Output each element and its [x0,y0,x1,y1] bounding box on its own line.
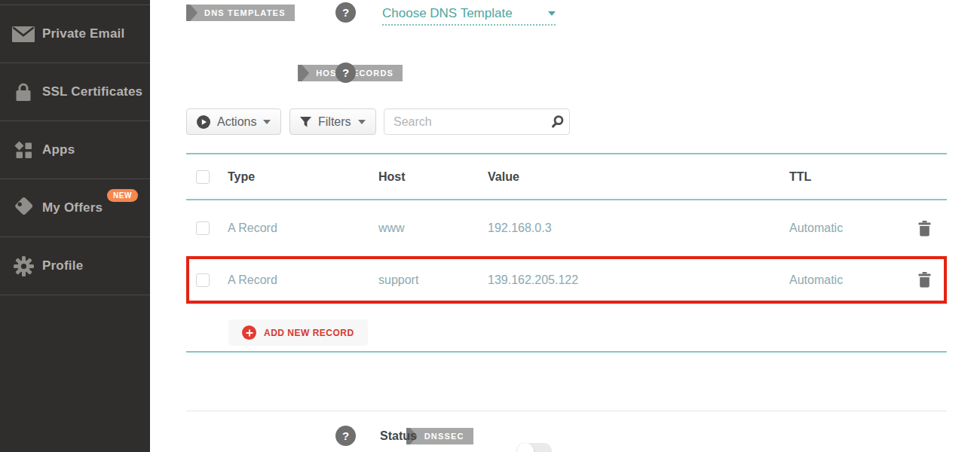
column-header-host: Host [378,170,488,184]
dns-template-dropdown[interactable]: Choose DNS Template [382,3,556,26]
mail-icon [11,26,36,42]
tag-icon [11,197,36,218]
search-icon[interactable] [550,115,565,130]
table-row[interactable]: A Record www 192.168.0.3 Automatic [186,200,947,256]
dns-templates-section-label: DNS TEMPLATES [186,5,295,21]
add-new-record-label: ADD NEW RECORD [264,328,354,338]
section-divider [186,411,947,411]
trash-icon[interactable] [917,221,932,237]
select-all-checkbox[interactable] [196,170,210,184]
help-icon[interactable]: ? [335,426,356,446]
lock-icon [11,82,36,102]
filters-button[interactable]: Filters [289,108,376,135]
actions-button[interactable]: Actions [186,108,281,135]
toggle-knob [517,443,534,452]
chevron-down-icon [263,120,271,124]
sidebar-item-label: Private Email [42,26,124,41]
row-checkbox[interactable] [196,273,210,287]
record-ttl[interactable]: Automatic [789,221,917,235]
chevron-down-icon [548,11,556,16]
gear-icon [11,256,36,276]
sidebar-item-label: My Offers [42,200,103,215]
table-row-highlighted[interactable]: A Record support 139.162.205.122 Automat… [186,256,947,304]
host-records-table: Type Host Value TTL A Record www 192.168… [186,153,947,304]
search-input[interactable] [394,115,550,129]
help-icon[interactable]: ? [335,63,356,83]
table-header-row: Type Host Value TTL [186,154,947,200]
main-content: DNS TEMPLATES ? Choose DNS Template HOST… [150,0,980,452]
funnel-icon [300,117,311,127]
row-checkbox[interactable] [196,221,210,235]
sidebar-item-private-email[interactable]: Private Email [0,5,150,63]
dnssec-status-label: Status [380,429,417,443]
sidebar-divider [0,0,150,5]
sidebar-item-ssl-certificates[interactable]: SSL Certificates [0,63,150,121]
sidebar: Private Email SSL Certificates Apps My O… [0,0,150,452]
new-badge: NEW [107,189,138,202]
record-host[interactable]: support [378,273,488,287]
sidebar-item-label: Apps [42,142,75,157]
search-box [384,108,570,135]
play-circle-icon [197,115,210,129]
sidebar-item-my-offers[interactable]: My Offers NEW [0,179,150,237]
apps-icon [11,141,36,160]
column-header-ttl: TTL [789,170,917,184]
dnssec-toggle[interactable] [517,443,552,452]
sidebar-item-label: SSL Certificates [42,84,142,99]
chevron-down-icon [358,120,366,124]
sidebar-item-label: Profile [42,258,83,273]
dns-template-dropdown-label: Choose DNS Template [382,6,513,21]
record-ttl[interactable]: Automatic [789,273,917,287]
sidebar-item-profile[interactable]: Profile [0,237,150,295]
record-value[interactable]: 139.162.205.122 [488,273,789,287]
record-value[interactable]: 192.168.0.3 [488,221,789,235]
trash-icon[interactable] [917,272,932,288]
actions-button-label: Actions [217,115,256,129]
add-new-record-button[interactable]: ADD NEW RECORD [228,319,368,346]
filters-button-label: Filters [318,115,351,129]
plus-circle-icon [242,325,256,340]
record-host[interactable]: www [378,221,488,235]
section-bottom-border [186,351,947,353]
record-type[interactable]: A Record [228,273,378,287]
column-header-value: Value [488,170,789,184]
column-header-type: Type [228,170,378,184]
record-type[interactable]: A Record [228,221,378,235]
help-icon[interactable]: ? [335,2,356,23]
sidebar-item-apps[interactable]: Apps [0,121,150,179]
